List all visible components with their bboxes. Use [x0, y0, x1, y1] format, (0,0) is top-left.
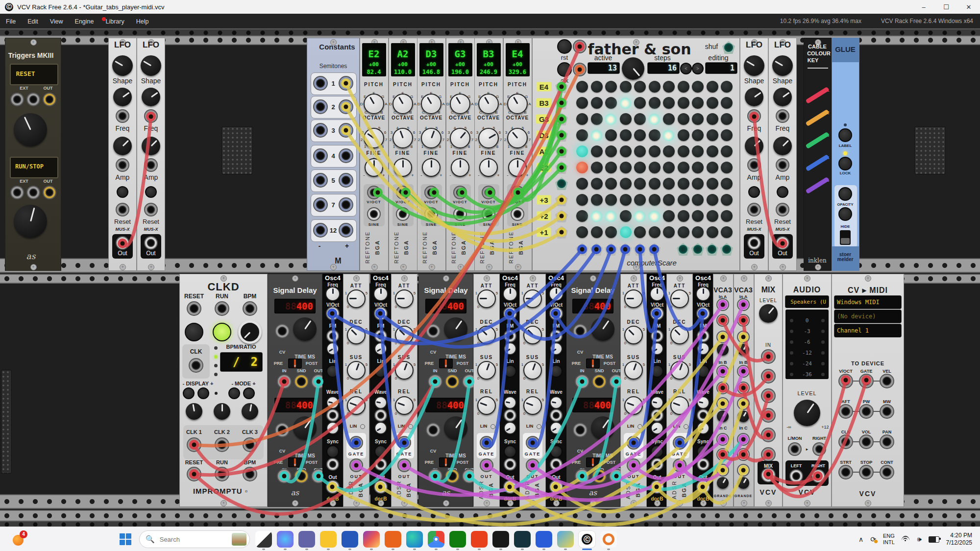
sync-jack[interactable]	[652, 459, 662, 470]
knob[interactable]	[523, 396, 542, 415]
knob[interactable]	[395, 361, 414, 380]
grid-cell[interactable]	[576, 210, 588, 222]
grid-cell[interactable]	[692, 210, 704, 222]
grid-cell[interactable]	[591, 226, 603, 238]
taskbar-icon-copilot[interactable]	[277, 531, 294, 548]
send-jack[interactable]	[593, 470, 606, 482]
clk2-jack[interactable]	[216, 438, 228, 451]
gate-jack[interactable]	[628, 437, 639, 449]
lin-button[interactable]	[550, 365, 563, 378]
fm-jack[interactable]	[375, 331, 386, 341]
knob[interactable]	[717, 410, 729, 422]
in-jack[interactable]	[738, 434, 749, 445]
knob[interactable]	[549, 287, 564, 301]
grid-cell[interactable]	[707, 178, 718, 190]
bpm-knob[interactable]	[238, 320, 262, 344]
maximize-button[interactable]: ☐	[935, 0, 957, 14]
sine-jack[interactable]	[425, 208, 437, 220]
reset-out-jack[interactable]	[188, 468, 200, 480]
tray-chevron-icon[interactable]: ∧	[858, 535, 863, 543]
midi-strt-jack[interactable]	[839, 466, 852, 479]
grid-cell[interactable]	[678, 145, 689, 157]
grid-cell[interactable]	[591, 81, 603, 93]
gate-jack[interactable]	[674, 437, 686, 449]
grid-cell[interactable]	[620, 145, 632, 157]
knob[interactable]	[504, 396, 516, 409]
jack[interactable]	[314, 174, 327, 187]
midi-cont-jack[interactable]	[881, 466, 893, 479]
cv-jack[interactable]	[574, 424, 587, 436]
in-jack[interactable]	[738, 299, 749, 310]
clock[interactable]: 4:20 PM 7/12/2025	[946, 532, 972, 547]
jack[interactable]	[117, 159, 128, 171]
knob[interactable]	[142, 137, 160, 155]
grid-cell[interactable]	[620, 194, 632, 206]
in-jack[interactable]	[738, 366, 749, 377]
out-jack[interactable]	[717, 332, 728, 342]
cv-jack[interactable]	[717, 315, 728, 326]
send-jack[interactable]	[446, 470, 459, 482]
knob[interactable]	[477, 289, 496, 308]
grid-cell[interactable]	[663, 113, 675, 125]
sync-jack[interactable]	[551, 459, 562, 470]
fm-jack[interactable]	[698, 331, 709, 341]
button[interactable]	[117, 186, 128, 198]
voct-jack[interactable]	[327, 308, 339, 319]
knob[interactable]	[737, 344, 749, 356]
cv-jack[interactable]	[717, 383, 728, 393]
env-out-jack[interactable]	[350, 459, 362, 471]
grid-cell[interactable]	[591, 162, 603, 173]
grid-cell[interactable]	[576, 226, 588, 238]
jack[interactable]	[216, 302, 228, 315]
in-jack[interactable]	[717, 299, 728, 310]
grid-cell[interactable]	[620, 226, 632, 238]
jack[interactable]	[44, 94, 55, 105]
knob[interactable]	[479, 158, 498, 177]
grid-cell[interactable]	[605, 113, 617, 125]
cv-jack[interactable]	[276, 325, 289, 337]
grid-cell[interactable]	[692, 129, 704, 141]
sine-jack[interactable]	[368, 208, 380, 220]
search-input[interactable]	[159, 535, 220, 544]
cv-jack[interactable]	[427, 424, 440, 436]
knob[interactable]	[142, 88, 160, 106]
jack[interactable]	[340, 100, 352, 113]
knob[interactable]	[697, 396, 710, 409]
grid-cell[interactable]	[591, 178, 603, 190]
grid-cell[interactable]	[605, 97, 617, 109]
in-jack[interactable]	[429, 375, 441, 388]
knob[interactable]	[670, 396, 689, 415]
grid-cell[interactable]	[692, 97, 704, 109]
voct-jack[interactable]	[697, 308, 709, 319]
env-out-jack[interactable]	[481, 459, 492, 471]
grid-cell[interactable]	[678, 178, 689, 190]
voct-jack[interactable]	[375, 308, 387, 319]
grid-cell[interactable]	[663, 81, 675, 93]
knob[interactable]	[651, 396, 663, 409]
grid-cell[interactable]	[634, 178, 646, 190]
grid-cell[interactable]	[620, 129, 632, 141]
knob[interactable]	[374, 396, 387, 409]
fm-jack[interactable]	[551, 331, 562, 341]
rst-jack[interactable]	[574, 41, 586, 52]
grid-cell[interactable]	[605, 145, 617, 157]
fm-jack[interactable]	[505, 331, 515, 341]
taskbar-icon-edge[interactable]	[406, 531, 423, 548]
taskbar-icon-teams[interactable]	[298, 531, 315, 548]
midi-vol-jack[interactable]	[860, 435, 873, 448]
grid-cell[interactable]	[576, 178, 588, 190]
cv-jack[interactable]	[717, 449, 728, 460]
grid-cell[interactable]	[663, 162, 675, 173]
knob[interactable]	[772, 55, 793, 76]
env-out-jack[interactable]	[628, 459, 639, 471]
grid-cell[interactable]	[576, 97, 588, 109]
jack[interactable]	[11, 94, 23, 105]
time-knob[interactable]	[293, 416, 317, 440]
grid-cell[interactable]	[605, 162, 617, 173]
jack[interactable]	[812, 470, 824, 482]
time-knob[interactable]	[591, 317, 614, 341]
grid-cell[interactable]	[605, 194, 617, 206]
jack[interactable]	[748, 204, 760, 216]
knob[interactable]	[422, 158, 441, 177]
knob[interactable]	[113, 137, 132, 155]
